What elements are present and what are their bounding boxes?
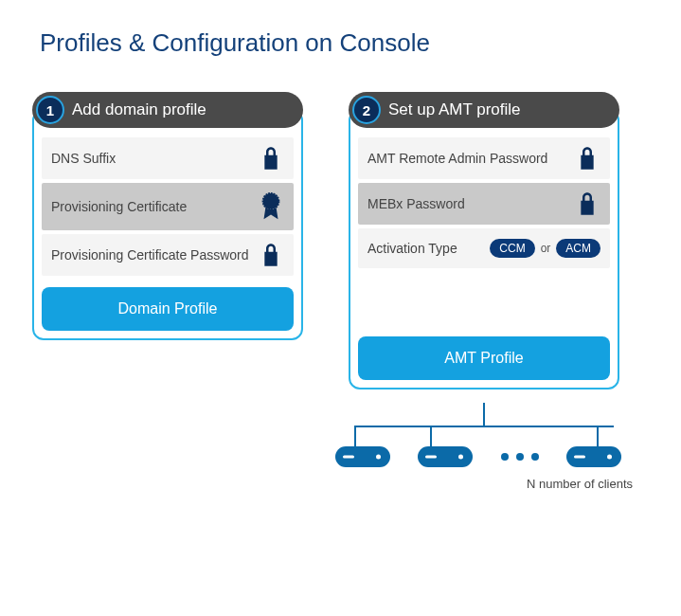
lock-icon: [574, 147, 600, 170]
step2-header-label: Set up AMT profile: [388, 100, 521, 119]
client-node: [418, 446, 473, 467]
step2-column: 2 Set up AMT profile AMT Remote Admin Pa…: [349, 92, 619, 516]
lock-icon: [574, 192, 600, 215]
row-mebx-pw: MEBx Password: [358, 183, 610, 225]
activation-options: CCM or ACM: [490, 239, 600, 258]
step1-box: DNS Suffix Provisioning Certificate Prov…: [32, 109, 303, 340]
amt-admin-pw-label: AMT Remote Admin Password: [367, 151, 574, 166]
dns-suffix-label: DNS Suffix: [51, 151, 258, 166]
clients-row: [335, 446, 621, 467]
mebx-pw-label: MEBx Password: [367, 196, 574, 211]
step1-column: 1 Add domain profile DNS Suffix Provisio…: [32, 92, 303, 340]
step1-number: 1: [36, 96, 64, 124]
provisioning-cert-label: Provisioning Certificate: [51, 199, 258, 214]
row-activation-type: Activation Type CCM or ACM: [358, 228, 610, 268]
activation-type-label: Activation Type: [367, 241, 490, 256]
amt-profile-output: AMT Profile: [358, 336, 610, 380]
page-title: Profiles & Configuration on Console: [0, 0, 681, 58]
provisioning-cert-pw-label: Provisioning Certificate Password: [51, 247, 258, 263]
tree-stem: [483, 403, 485, 426]
ribbon-icon: [258, 192, 284, 221]
tree-horizontal: [354, 426, 614, 427]
step1-header-label: Add domain profile: [72, 100, 206, 119]
client-node: [335, 446, 390, 467]
client-node: [566, 446, 621, 467]
step2-number: 2: [352, 96, 381, 124]
step2-header: 2 Set up AMT profile: [349, 92, 619, 128]
diagram-columns: 1 Add domain profile DNS Suffix Provisio…: [0, 58, 681, 516]
tree-drop: [430, 426, 432, 446]
row-provisioning-cert-pw: Provisioning Certificate Password: [42, 234, 294, 276]
row-dns-suffix: DNS Suffix: [42, 137, 294, 179]
ellipsis-icon: [501, 453, 539, 461]
acm-pill: ACM: [556, 239, 600, 258]
step2-box: AMT Remote Admin Password MEBx Password …: [349, 109, 619, 390]
tree-drop: [597, 426, 599, 446]
clients-tree: N number of clients: [349, 403, 619, 516]
step1-header: 1 Add domain profile: [32, 92, 303, 128]
row-amt-admin-pw: AMT Remote Admin Password: [358, 137, 610, 179]
domain-profile-output: Domain Profile: [42, 287, 294, 331]
tree-drop: [354, 426, 356, 446]
clients-caption: N number of clients: [527, 477, 633, 491]
lock-icon: [258, 147, 284, 170]
lock-icon: [258, 244, 284, 266]
row-provisioning-cert: Provisioning Certificate: [42, 183, 294, 230]
or-text: or: [541, 242, 551, 255]
ccm-pill: CCM: [490, 239, 534, 258]
